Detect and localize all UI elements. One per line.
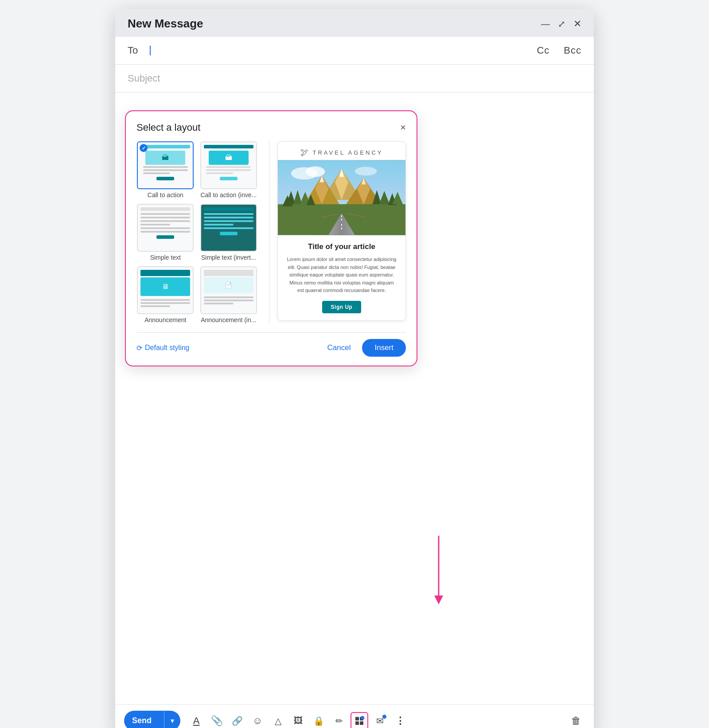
layout-item-simple-inv[interactable]: Simple text (invert...: [200, 204, 258, 261]
compose-window: New Message — ⤢ ✕ To Cc Bcc Select a lay…: [115, 9, 594, 728]
svg-point-3: [355, 167, 377, 175]
send-button[interactable]: Send: [124, 711, 160, 728]
format-text-icon[interactable]: A: [187, 712, 205, 728]
layout-item-simple-text[interactable]: Simple text: [136, 204, 195, 261]
thumb-inv-img-box: 🏔: [209, 151, 249, 165]
thumb-si-line-3: [204, 220, 253, 222]
dialog-footer: ⟳ Default styling Cancel Insert: [136, 332, 406, 357]
header-actions: — ⤢ ✕: [541, 19, 581, 29]
layout-preview: 🕊 TRAVEL AGENCY: [277, 141, 406, 323]
dialog-content: 🏔 Call to action: [136, 141, 406, 323]
thumb-s-line-2: [140, 217, 190, 218]
thumb-header-bar: [140, 145, 190, 148]
preview-logo-bird: 🕊: [300, 148, 310, 157]
thumb-img-icon: 🏔: [162, 154, 169, 162]
lock-icon[interactable]: 🔒: [310, 712, 327, 728]
compose-title: New Message: [128, 17, 203, 31]
layout-list: 🏔 Call to action: [136, 141, 261, 323]
thumb-s-line-4: [140, 224, 170, 226]
preview-signup-button[interactable]: Sign Up: [322, 301, 362, 313]
cc-button[interactable]: Cc: [537, 45, 549, 56]
thumb-inv-line-1: [206, 166, 251, 168]
thumb-s-line-5: [140, 227, 190, 229]
thumb-inv-line-2: [206, 169, 251, 171]
layout-label-ann: Announcement: [144, 316, 186, 323]
layout-svg-icon: [354, 716, 365, 726]
thumb-s-line-1: [140, 213, 190, 215]
layout-dialog: Select a layout × 🏔: [125, 110, 417, 366]
layout-grid: 🏔 Call to action: [136, 141, 257, 323]
preview-body: Title of your article Lorem ipsum dolor …: [278, 235, 405, 320]
thumb-inv-line-3: [206, 172, 233, 174]
thumb-si-header: [204, 207, 253, 211]
thumb-ann-lines: [140, 299, 190, 307]
insert-button[interactable]: Insert: [362, 339, 406, 357]
thumb-si-btn: [220, 232, 238, 235]
thumb-ai-line-1: [204, 296, 253, 298]
thumb-simple-lines: [140, 213, 190, 233]
thumb-line-3: [143, 172, 170, 174]
more-symbol: ⋮: [395, 715, 405, 727]
close-button[interactable]: ✕: [573, 19, 581, 29]
thumb-si-lines: [204, 213, 253, 229]
pen-icon[interactable]: ✏: [330, 712, 348, 728]
refresh-icon: ⟳: [136, 344, 142, 352]
dialog-close-button[interactable]: ×: [400, 122, 406, 133]
layout-thumb-cta: 🏔: [137, 141, 194, 189]
default-styling-link[interactable]: ⟳ Default styling: [136, 344, 190, 352]
thumb-ai-lines: [204, 296, 253, 304]
subject-field-row: [115, 65, 594, 93]
thumb-ai-line-2: [204, 300, 253, 301]
dialog-header: Select a layout ×: [136, 122, 406, 133]
image-symbol: 🖼: [294, 716, 303, 726]
thumb-inv-button: [220, 177, 238, 180]
compose-header: New Message — ⤢ ✕: [115, 9, 594, 37]
minimize-button[interactable]: —: [541, 19, 550, 28]
footer-buttons: Cancel Insert: [321, 339, 406, 357]
svg-point-2: [306, 166, 325, 177]
layout-item-call-to-action[interactable]: 🏔 Call to action: [136, 141, 195, 199]
thumb-si-line-4: [204, 224, 234, 226]
thumb-si-line-5: [204, 227, 253, 229]
format-text-symbol: A: [193, 715, 200, 727]
layout-thumb-ann-inv: 📄: [200, 266, 257, 314]
svg-rect-32: [355, 717, 359, 720]
thumb-ann-line-3: [140, 305, 170, 307]
attach-icon[interactable]: 📎: [208, 712, 226, 728]
attach-symbol: 📎: [211, 715, 223, 727]
trash-icon[interactable]: 🗑: [567, 712, 585, 728]
layout-label-simple-inv: Simple text (invert...: [201, 254, 256, 261]
layout-icon[interactable]: [351, 712, 368, 728]
preview-article-title: Title of your article: [286, 242, 397, 251]
arrow-annotation: [341, 531, 474, 620]
bcc-button[interactable]: Bcc: [564, 45, 581, 56]
to-field-row: To Cc Bcc: [115, 37, 594, 65]
layout-item-announcement[interactable]: 🖥 Announcement: [136, 266, 195, 323]
more-options-icon[interactable]: ⋮: [391, 712, 409, 728]
layout-item-cta-inv[interactable]: 🏔 Call to action (inve...: [200, 141, 258, 199]
compose-body[interactable]: Select a layout × 🏔: [115, 93, 594, 704]
preview-hero-svg: [278, 160, 405, 235]
preview-article-body: Lorem ipsum dolor sit amet consectetur a…: [286, 256, 397, 295]
emoji-icon[interactable]: ☺: [249, 712, 266, 728]
thumb-simple-btn: [156, 235, 174, 239]
thumb-ai-img: 📄: [204, 277, 253, 293]
maximize-button[interactable]: ⤢: [558, 19, 565, 28]
mail-templates-icon[interactable]: ✉: [371, 712, 389, 728]
pen-symbol: ✏: [335, 716, 343, 726]
link-icon[interactable]: 🔗: [228, 712, 246, 728]
trash-symbol: 🗑: [571, 715, 581, 727]
drive-icon[interactable]: △: [269, 712, 287, 728]
thumb-inv-img-icon: 🏔: [225, 154, 232, 162]
thumb-ann-header: [140, 270, 190, 276]
layout-label-cta: Call to action: [148, 191, 183, 199]
layout-item-ann-inv[interactable]: 📄 Announcement (in...: [200, 266, 258, 323]
default-styling-label: Default styling: [145, 344, 190, 352]
thumb-ann-line-2: [140, 302, 190, 304]
cancel-button[interactable]: Cancel: [321, 340, 357, 356]
thumb-si-line-2: [204, 217, 253, 218]
image-icon[interactable]: 🖼: [289, 712, 307, 728]
subject-input[interactable]: [128, 73, 581, 84]
send-arrow-dropdown[interactable]: ▾: [164, 711, 180, 728]
thumb-inv-header-bar: [204, 145, 253, 148]
